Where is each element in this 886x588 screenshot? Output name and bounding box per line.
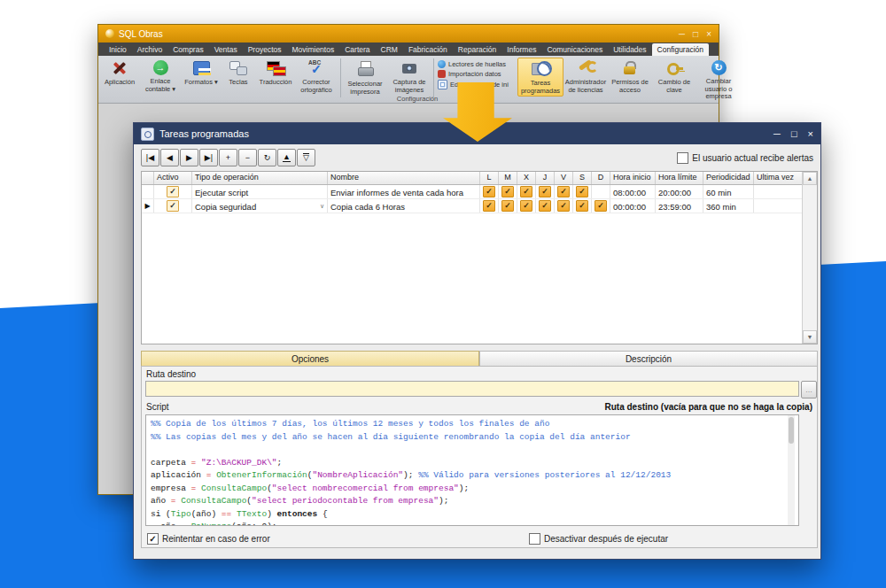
menu-tab-archivo[interactable]: Archivo — [132, 43, 167, 56]
last-record-button[interactable]: ▶| — [199, 149, 218, 166]
script-scrollbar[interactable] — [788, 415, 795, 525]
dialog-minimize-button[interactable]: ─ — [773, 128, 781, 139]
menu-tab-utilidades[interactable]: Utilidades — [608, 43, 651, 56]
script-line: si (Tipo(año) == TTexto) entonces { — [151, 508, 794, 522]
cell-hora-inicio: 08:00:00 — [610, 185, 656, 198]
ribbon-button-cambio-de-clave[interactable]: Cambio de clave — [652, 58, 696, 95]
day-checkbox[interactable]: ✓ — [520, 200, 532, 212]
column-header-activo[interactable]: Activo — [154, 172, 192, 184]
scroll-up-icon[interactable]: ▲ — [803, 172, 817, 185]
ribbon-button-label: Teclas — [229, 79, 247, 87]
alert-checkbox[interactable] — [677, 152, 688, 164]
ribbon-button-corrector-ortografico[interactable]: Corrector ortográfico — [294, 58, 338, 95]
browse-folder-button[interactable]: … — [801, 381, 817, 398]
dialog-close-button[interactable]: × — [808, 128, 813, 139]
menu-tab-reparacion[interactable]: Reparación — [453, 43, 501, 56]
menu-tab-proyectos[interactable]: Proyectos — [243, 43, 287, 56]
menu-tab-movimientos[interactable]: Movimientos — [286, 43, 339, 56]
table-scrollbar[interactable]: ▲ ▼ — [802, 172, 817, 344]
ribbon-button-tareas-programadas[interactable]: Tareas programadas — [517, 58, 563, 97]
ruta-destino-input[interactable] — [145, 381, 799, 397]
column-header-hora-inicio[interactable]: Hora inicio — [610, 172, 656, 184]
menu-tab-fabricacion[interactable]: Fabricación — [403, 43, 453, 56]
column-header-ultima-vez[interactable]: Ultima vez — [754, 172, 804, 184]
cell-tipo-de-operacion[interactable]: Ejecutar script — [192, 185, 328, 198]
dropdown-arrow-icon[interactable]: ∨ — [320, 203, 324, 210]
day-checkbox[interactable]: ✓ — [539, 200, 551, 212]
insert-record-button[interactable]: + — [219, 149, 237, 166]
column-header-x[interactable]: X — [517, 172, 536, 184]
ribbon-button-cambiar-usuario-o-empresa[interactable]: Cambiar usuario o empresa — [696, 58, 741, 102]
day-checkbox[interactable]: ✓ — [539, 186, 551, 197]
cell-tipo-de-operacion[interactable]: Copia seguridad∨ — [192, 199, 328, 213]
menu-tab-comunicaciones[interactable]: Comunicaciones — [541, 43, 608, 56]
tasks-table: ActivoTipo de operaciónNombreLMXJVSDHora… — [141, 171, 818, 344]
app-maximize-button[interactable]: □ — [693, 29, 698, 39]
menu-tab-informes[interactable]: Informes — [501, 43, 541, 56]
day-checkbox[interactable]: ✓ — [557, 186, 570, 197]
table-row[interactable]: ▶✓Copia seguridad∨Copia cada 6 Horas✓✓✓✓… — [142, 199, 817, 213]
menu-tab-crm[interactable]: CRM — [376, 43, 403, 56]
post-record-button[interactable]: ▲ — [277, 149, 296, 166]
ribbon-button-label: Seleccionar impresora — [344, 81, 386, 96]
delete-record-button[interactable]: − — [238, 149, 257, 166]
ribbon-button-teclas[interactable]: Teclas — [220, 58, 257, 88]
ribbon-button-enlace-contable[interactable]: Enlace contable ▾ — [138, 58, 183, 94]
column-header-j[interactable]: J — [536, 172, 555, 184]
ribbon-button-captura-de-imagenes[interactable]: Captura de imágenes — [387, 58, 431, 95]
ribbon-item-lectores-de-huellas[interactable]: Lectores de huellas — [438, 60, 516, 68]
column-header-m[interactable]: M — [499, 172, 517, 184]
day-checkbox[interactable]: ✓ — [576, 200, 588, 212]
day-checkbox[interactable]: ✓ — [501, 186, 514, 197]
scroll-down-icon[interactable]: ▼ — [803, 330, 817, 344]
menu-tab-configuracion[interactable]: Configuración — [652, 43, 709, 56]
ribbon-button-permisos-de-acceso[interactable]: Permisos de acceso — [608, 58, 652, 95]
column-header-v[interactable]: V — [555, 172, 573, 184]
prior-record-button[interactable]: ◀ — [160, 149, 179, 166]
ribbon-separator — [340, 58, 341, 97]
activo-checkbox[interactable]: ✓ — [167, 200, 179, 212]
ribbon-button-traduccion[interactable]: Traducción — [257, 58, 294, 88]
app-titlebar[interactable]: SQL Obras ─□× — [98, 25, 719, 43]
tab-bar: Opciones Descripción — [141, 351, 818, 367]
tab-descripcion[interactable]: Descripción — [479, 351, 818, 367]
first-record-button[interactable]: |◀ — [141, 149, 159, 166]
menu-tab-ventas[interactable]: Ventas — [209, 43, 243, 56]
disable-checkbox[interactable] — [529, 533, 540, 545]
day-checkbox[interactable]: ✓ — [557, 200, 570, 212]
column-header-d[interactable]: D — [592, 172, 610, 184]
ribbon-button-formatos[interactable]: Formatos ▾ — [183, 58, 220, 88]
cell-periodicidad: 60 min — [703, 185, 754, 198]
table-row[interactable]: ✓Ejecutar scriptEnviar informes de venta… — [142, 185, 817, 199]
next-record-button[interactable]: ▶ — [180, 149, 198, 166]
refresh-records-button[interactable]: ↻ — [258, 149, 276, 166]
cancel-record-button[interactable]: ▽ — [297, 149, 315, 166]
menu-tab-cartera[interactable]: Cartera — [339, 43, 375, 56]
day-checkbox[interactable]: ✓ — [483, 186, 495, 197]
day-checkbox[interactable]: ✓ — [576, 186, 588, 197]
column-header-hora-limite[interactable]: Hora límite — [656, 172, 703, 184]
tab-opciones[interactable]: Opciones — [141, 351, 479, 367]
menu-tab-compras[interactable]: Compras — [167, 43, 208, 56]
day-checkbox[interactable]: ✓ — [501, 200, 514, 212]
ribbon-button-seleccionar-impresora[interactable]: Seleccionar impresora — [343, 58, 387, 97]
dialog-maximize-button[interactable]: □ — [791, 128, 797, 139]
menu-tab-inicio[interactable]: Inicio — [104, 43, 132, 56]
app-close-button[interactable]: × — [706, 29, 711, 39]
day-checkbox[interactable]: ✓ — [595, 200, 607, 212]
column-header-l[interactable]: L — [480, 172, 499, 184]
ribbon-button-aplicacion[interactable]: Aplicación — [101, 58, 138, 88]
ribbon-button-administrador-de-licencias[interactable]: Administrador de licencias — [563, 58, 608, 95]
app-minimize-button[interactable]: ─ — [679, 29, 685, 39]
day-checkbox[interactable]: ✓ — [520, 186, 532, 197]
activo-checkbox[interactable]: ✓ — [167, 186, 179, 197]
retry-checkbox[interactable]: ✓ — [147, 533, 159, 545]
script-editor[interactable]: %% Copia de los últimos 7 días, los últi… — [145, 414, 799, 526]
column-header-tipo-de-operacion[interactable]: Tipo de operación — [192, 172, 328, 184]
column-header-s[interactable]: S — [573, 172, 592, 184]
column-header-nombre[interactable]: Nombre — [328, 172, 480, 184]
ribbon-item-importacion-datos[interactable]: Importación datos — [438, 70, 516, 78]
column-header-periodicidad[interactable]: Periodicidad — [703, 172, 754, 184]
day-checkbox[interactable]: ✓ — [483, 200, 495, 212]
column-header-selector[interactable] — [142, 172, 154, 184]
